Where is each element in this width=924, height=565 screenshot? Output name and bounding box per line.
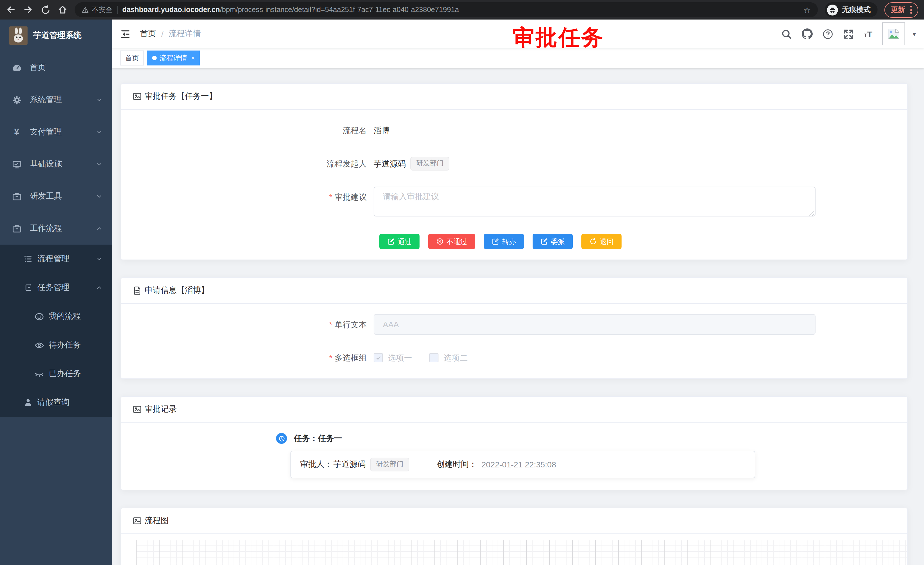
- created-time-label: 创建时间：: [437, 459, 477, 470]
- sidebar-item-done-tasks[interactable]: 已办任务: [0, 359, 112, 388]
- github-icon[interactable]: [802, 29, 813, 39]
- sidebar-item-payment[interactable]: ¥ 支付管理: [0, 116, 112, 148]
- record-detail-card: 审批人：芋道源码 研发部门 创建时间： 2022-01-21 22:35:08: [290, 451, 755, 478]
- avatar[interactable]: [882, 23, 905, 45]
- required-asterisk: *: [329, 353, 332, 362]
- chevron-down-icon: [96, 193, 103, 200]
- sidebar-item-my-process[interactable]: 我的流程: [0, 302, 112, 331]
- initiator-value: 芋道源码: [374, 153, 406, 174]
- delegate-button[interactable]: 委派: [532, 234, 573, 249]
- sidebar-item-process-mgmt[interactable]: 流程管理: [0, 245, 112, 273]
- sidebar-toggle-icon[interactable]: [112, 20, 139, 48]
- document-icon: [133, 286, 142, 295]
- branch-icon: [23, 283, 33, 293]
- required-asterisk: *: [329, 320, 332, 329]
- checkbox-label: 选项一: [388, 347, 412, 368]
- sidebar-item-label: 支付管理: [30, 127, 62, 137]
- sidebar-item-task-mgmt[interactable]: 任务管理: [0, 273, 112, 302]
- close-icon[interactable]: ×: [191, 54, 195, 62]
- opinion-row: *审批建议: [299, 186, 896, 219]
- page-content: 审批任务【任务一】 流程名 滔博 流程发起人 芋道源码: [112, 68, 924, 565]
- help-icon[interactable]: [823, 29, 834, 39]
- browser-menu-icon[interactable]: [910, 6, 912, 14]
- approval-record-card: 审批记录 任务：任务一 审批人：芋道源码 研发部门 创建时间：: [120, 396, 908, 490]
- app-logo-row[interactable]: 芋道管理系统: [0, 20, 112, 52]
- checkbox-unchecked-icon: [429, 353, 438, 362]
- tag-process-detail[interactable]: 流程详情 ×: [147, 51, 200, 65]
- font-size-icon[interactable]: TT: [864, 30, 872, 38]
- checkbox-label: 选项二: [444, 347, 468, 368]
- url-host: dashboard.yudao.iocoder.cn: [122, 6, 220, 14]
- edit-icon: [492, 238, 499, 245]
- broken-image-icon: [887, 28, 900, 40]
- sidebar-item-leave-query[interactable]: 请假查询: [0, 388, 112, 417]
- card-header: 审批任务【任务一】: [121, 84, 908, 110]
- sidebar-item-system[interactable]: 系统管理: [0, 84, 112, 116]
- sidebar-item-infra[interactable]: 基础设施: [0, 148, 112, 180]
- transfer-button[interactable]: 转办: [484, 234, 524, 249]
- return-button[interactable]: 退回: [581, 234, 621, 249]
- checkbox-option-2: 选项二: [429, 347, 468, 368]
- application-info-card: 申请信息【滔博】 *单行文本 *多选框组: [120, 277, 908, 379]
- chevron-down-icon: [96, 161, 103, 168]
- chevron-up-icon: [96, 284, 103, 291]
- process-diagram-card: 流程图: [120, 508, 908, 565]
- app-logo: [9, 26, 27, 45]
- sidebar-item-label: 流程管理: [37, 254, 69, 264]
- card-header: 审批记录: [121, 397, 908, 422]
- smiley-icon: [34, 311, 44, 321]
- home-icon[interactable]: [57, 5, 68, 15]
- edit-icon: [541, 238, 548, 245]
- eye-closed-icon: [34, 369, 44, 379]
- single-text-input: [374, 314, 816, 335]
- clock-icon: [276, 433, 287, 444]
- caret-down-icon[interactable]: ▼: [911, 31, 917, 37]
- approve-button[interactable]: 通过: [380, 234, 420, 249]
- tag-home[interactable]: 首页: [120, 51, 144, 65]
- tag-label: 流程详情: [159, 53, 187, 63]
- bookmark-star-icon[interactable]: ☆: [803, 6, 811, 14]
- checkbox-option-1: 选项一: [374, 347, 412, 368]
- chevron-down-icon: [96, 255, 103, 262]
- checkbox-group: 选项一 选项二: [374, 347, 468, 368]
- address-bar[interactable]: 不安全 dashboard.yudao.iocoder.cn/bpm/proce…: [75, 2, 818, 17]
- card-header: 申请信息【滔博】: [121, 278, 908, 304]
- incognito-icon: [827, 4, 838, 15]
- sidebar-item-label: 系统管理: [30, 95, 62, 105]
- sidebar-item-devtools[interactable]: 研发工具: [0, 180, 112, 212]
- workflow-submenu: 流程管理 任务管理 我的流程: [0, 245, 112, 417]
- field-label: *审批建议: [299, 186, 374, 219]
- breadcrumb: 首页 / 流程详情: [140, 29, 201, 39]
- reject-button[interactable]: 不通过: [428, 234, 475, 249]
- browser-update-button[interactable]: 更新: [884, 2, 918, 18]
- picture-icon: [133, 92, 142, 101]
- sidebar-item-home[interactable]: 首页: [0, 52, 112, 84]
- active-dot: [152, 56, 157, 60]
- bpmn-canvas[interactable]: [136, 540, 908, 565]
- fullscreen-icon[interactable]: [843, 29, 854, 39]
- required-asterisk: *: [329, 192, 332, 201]
- reload-icon[interactable]: [40, 5, 51, 15]
- breadcrumb-home[interactable]: 首页: [140, 29, 156, 39]
- briefcase-icon: [12, 191, 22, 201]
- refresh-left-icon: [590, 238, 597, 245]
- action-buttons: 通过 不通过 转办 委: [380, 234, 896, 249]
- process-name-value: 滔博: [374, 120, 390, 141]
- opinion-textarea[interactable]: [374, 186, 816, 216]
- sidebar-item-workflow[interactable]: 工作流程: [0, 212, 112, 245]
- browser-toolbar: 不安全 dashboard.yudao.iocoder.cn/bpm/proce…: [0, 0, 924, 20]
- tag-label: 首页: [125, 53, 139, 63]
- chevron-up-icon: [96, 225, 103, 232]
- briefcase-icon: [12, 223, 22, 234]
- circle-close-icon: [436, 238, 444, 245]
- gear-icon: [12, 95, 22, 105]
- search-icon[interactable]: [782, 29, 792, 39]
- security-warning[interactable]: 不安全: [81, 5, 112, 15]
- forward-icon[interactable]: [23, 5, 33, 15]
- dept-tag: 研发部门: [410, 157, 449, 171]
- sidebar-item-todo-tasks[interactable]: 待办任务: [0, 331, 112, 359]
- card-title: 审批任务【任务一】: [145, 91, 217, 102]
- sidebar-item-label: 基础设施: [30, 159, 62, 169]
- sidebar-item-label: 待办任务: [49, 340, 81, 350]
- back-icon[interactable]: [6, 5, 16, 15]
